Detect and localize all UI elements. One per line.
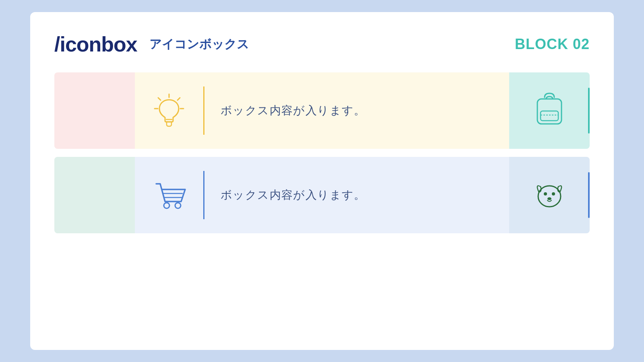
right-accent-1: [509, 72, 590, 149]
cart-icon: [151, 178, 187, 212]
right-accent-2: [509, 157, 590, 233]
lightbulb-icon: [151, 93, 187, 129]
left-accent-2: [54, 157, 135, 233]
svg-point-16: [552, 192, 555, 195]
box-content-2: ボックス内容が入ります。: [135, 157, 509, 233]
svg-line-1: [158, 98, 161, 100]
left-accent-1: [54, 72, 135, 149]
block-label: BLOCK 02: [515, 36, 590, 53]
box-text-1: ボックス内容が入ります。: [221, 103, 366, 118]
box-text-2: ボックス内容が入ります。: [221, 187, 366, 203]
svg-rect-8: [541, 111, 558, 121]
box-row-2: ボックス内容が入ります。: [54, 157, 590, 233]
svg-point-13: [175, 203, 181, 208]
svg-point-17: [547, 197, 551, 200]
header: /iconbox アイコンボックス BLOCK 02: [54, 32, 590, 56]
boxes-container: ボックス内容が入ります。: [54, 72, 590, 330]
svg-point-15: [544, 192, 547, 195]
main-card: /iconbox アイコンボックス BLOCK 02: [30, 12, 614, 350]
box-content-1: ボックス内容が入ります。: [135, 72, 509, 149]
logo: /iconbox: [54, 32, 137, 56]
svg-point-12: [164, 203, 169, 208]
divider-2: [203, 171, 204, 219]
box-row-1: ボックス内容が入ります。: [54, 72, 590, 149]
divider-1: [203, 86, 204, 135]
subtitle: アイコンボックス: [149, 36, 249, 53]
svg-line-2: [178, 98, 180, 100]
